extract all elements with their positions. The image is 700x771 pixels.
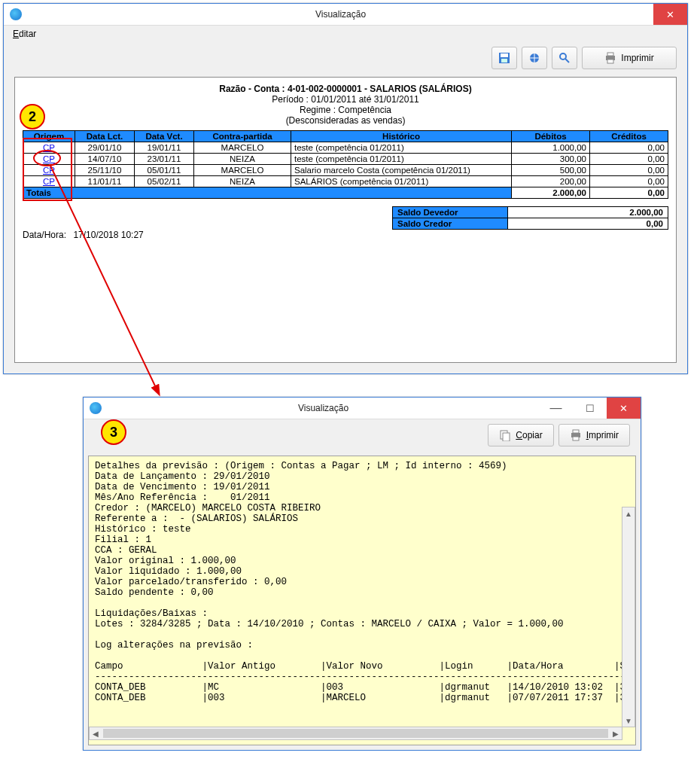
close-button[interactable]: ✕	[653, 4, 687, 25]
origem-link[interactable]: CP	[43, 143, 55, 152]
refresh-button[interactable]	[522, 47, 547, 69]
scroll-left-icon[interactable]: ◀	[90, 727, 102, 739]
svg-rect-11	[503, 433, 510, 441]
titlebar[interactable]: Visualização — ☐ ✕	[84, 398, 641, 419]
saldo-devedor-label: Saldo Devedor	[393, 207, 508, 218]
cell-origem: CP	[23, 176, 75, 187]
cell-contra: NEIZA	[194, 154, 291, 165]
details-text[interactable]: Detalhes da previsão : (Origem : Contas …	[88, 456, 636, 745]
cell-cred: 0,00	[590, 142, 668, 154]
cell-data-lct: 11/01/11	[75, 176, 135, 187]
cell-data-lct: 25/11/10	[75, 165, 135, 176]
svg-point-4	[560, 53, 566, 59]
toolbar: Imprimir	[4, 42, 687, 74]
copy-button[interactable]: Copiar	[488, 424, 553, 446]
svg-rect-1	[501, 53, 508, 57]
svg-rect-8	[607, 59, 613, 63]
svg-rect-14	[573, 437, 579, 440]
menubar: Editar	[4, 26, 687, 42]
cell-cred: 0,00	[590, 165, 668, 176]
svg-rect-2	[501, 59, 507, 62]
table-row: CP25/11/1005/01/11MARCELOSalario marcelo…	[23, 165, 668, 176]
cell-contra: MARCELO	[194, 142, 291, 154]
origem-link[interactable]: CP	[43, 177, 55, 186]
cell-deb: 200,00	[512, 176, 590, 187]
saldo-devedor-value: 2.000,00	[508, 207, 668, 218]
scrollbar-horizontal[interactable]: ◀ ▶	[89, 727, 622, 740]
cell-hist: Salario marcelo Costa (competência 01/20…	[291, 165, 512, 176]
totals-deb: 2.000,00	[512, 187, 590, 199]
scroll-right-icon[interactable]: ▶	[610, 727, 622, 739]
saldo-credor-value: 0,00	[508, 218, 668, 230]
totals-row: Totais 2.000,00 0,00	[23, 187, 668, 199]
maximize-icon: ☐	[586, 403, 595, 414]
close-icon: ✕	[666, 9, 674, 20]
th-data-vct: Data Vct.	[135, 131, 194, 142]
timestamp: Data/Hora: 17/10/2018 10:27	[23, 230, 668, 240]
cell-deb: 300,00	[512, 154, 590, 165]
callout-2: 2	[20, 104, 45, 130]
minimize-icon: —	[550, 401, 562, 415]
cell-data-vct: 19/01/11	[135, 142, 194, 154]
cell-contra: MARCELO	[194, 165, 291, 176]
origem-link[interactable]: CP	[43, 154, 55, 163]
print-button[interactable]: Imprimir	[558, 424, 630, 446]
th-contra: Contra-partida	[194, 131, 291, 142]
cell-hist: SALÁRIOS (competência 01/2011)	[291, 176, 512, 187]
report-header: Razão - Conta : 4-01-002-0000001 - SALAR…	[23, 84, 668, 126]
cell-origem: CP	[23, 154, 75, 165]
cell-data-vct: 05/02/11	[135, 176, 194, 187]
disk-icon	[498, 52, 510, 64]
globe-icon	[528, 52, 540, 64]
table-row: CP14/07/1023/01/11NEIZAteste (competênci…	[23, 154, 668, 165]
print-button[interactable]: Imprimir	[582, 47, 677, 69]
callout-3: 3	[101, 419, 126, 445]
window-title: Visualização	[28, 9, 653, 20]
balance-table: Saldo Devedor 2.000,00 Saldo Credor 0,00	[392, 206, 668, 230]
report-period: Período : 01/01/2011 até 31/01/2011	[23, 94, 668, 105]
cell-cred: 0,00	[590, 176, 668, 187]
printer-icon	[570, 429, 582, 441]
cell-origem: CP	[23, 142, 75, 154]
toolbar: Copiar Imprimir	[84, 419, 641, 451]
saldo-credor-label: Saldo Credor	[393, 218, 508, 230]
printer-icon	[604, 52, 616, 64]
th-hist: Histórico	[291, 131, 512, 142]
scroll-thumb[interactable]	[103, 729, 608, 738]
totals-cred: 0,00	[590, 187, 668, 199]
svg-line-5	[565, 59, 569, 62]
report-title: Razão - Conta : 4-01-002-0000001 - SALAR…	[23, 84, 668, 94]
svg-rect-13	[573, 430, 579, 433]
menu-editar[interactable]: Editar	[8, 27, 41, 41]
cell-origem: CP	[23, 165, 75, 176]
ledger-table: Origem Data Lct. Data Vct. Contra-partid…	[23, 130, 668, 199]
th-origem: Origem	[23, 131, 75, 142]
th-cred: Créditos	[590, 131, 668, 142]
titlebar[interactable]: Visualização ✕	[4, 4, 687, 26]
cell-data-vct: 05/01/11	[135, 165, 194, 176]
save-button[interactable]	[492, 47, 517, 69]
print-label: Imprimir	[586, 430, 619, 440]
copy-icon	[499, 429, 511, 441]
scrollbar-vertical[interactable]: ▲ ▼	[622, 507, 635, 727]
svg-rect-7	[607, 53, 613, 56]
window-title: Visualização	[108, 403, 539, 413]
cell-deb: 500,00	[512, 165, 590, 176]
print-label: Imprimir	[621, 53, 653, 63]
close-button[interactable]: ✕	[607, 398, 641, 419]
origem-link[interactable]: CP	[43, 166, 55, 175]
maximize-button[interactable]: ☐	[573, 398, 607, 419]
cell-data-lct: 14/07/10	[75, 154, 135, 165]
scroll-up-icon[interactable]: ▲	[622, 507, 635, 520]
scroll-down-icon[interactable]: ▼	[622, 715, 635, 727]
cell-hist: teste (competência 01/2011)	[291, 154, 512, 165]
report-regime: Regime : Competência	[23, 105, 668, 115]
magnifier-icon	[558, 52, 571, 64]
minimize-button[interactable]: —	[539, 398, 573, 419]
app-icon	[90, 402, 102, 414]
totals-label: Totais	[23, 187, 512, 199]
zoom-button[interactable]	[552, 47, 577, 69]
th-deb: Débitos	[512, 131, 590, 142]
table-row: CP11/01/1105/02/11NEIZASALÁRIOS (competê…	[23, 176, 668, 187]
th-data-lct: Data Lct.	[75, 131, 135, 142]
